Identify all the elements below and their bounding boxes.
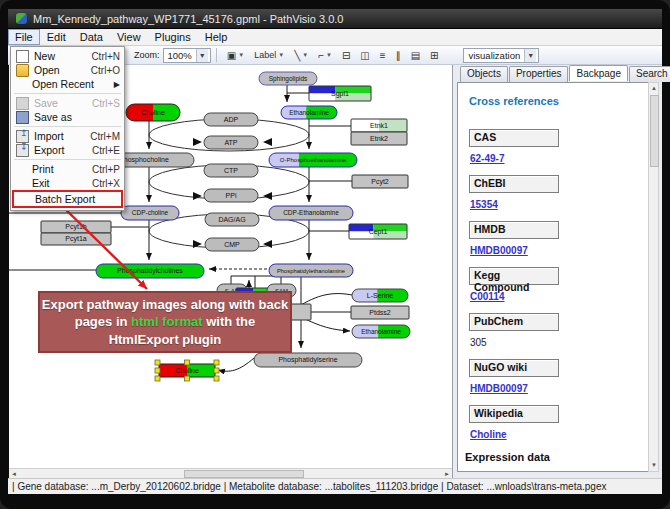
crossref-link[interactable]: 15354 [470, 199, 498, 210]
node-cdp-ethanolamine[interactable]: CDP-Ethanolamine [269, 206, 353, 220]
chevron-down-icon[interactable]: ▼ [278, 52, 284, 58]
node-etnk1[interactable]: Etnk1 [351, 119, 407, 132]
backpage-section-value: 62-49-7 [470, 153, 648, 164]
stack-vertical[interactable]: ∥ [392, 48, 405, 63]
node-atp[interactable]: ATP [204, 136, 258, 149]
node-adp[interactable]: ADP [204, 113, 258, 126]
vertical-scrollbar[interactable]: ▲ ▼ [648, 82, 659, 472]
file-menu-item-print[interactable]: PrintCtrl+P [11, 162, 124, 176]
node-label: Ethanolamine [289, 109, 329, 116]
node-sgpl1[interactable]: Sgpl1 [309, 86, 371, 101]
backpage-section-value: C00114 [470, 291, 648, 302]
node-ethanolamine-top[interactable]: Ethanolamine [281, 106, 337, 119]
pathway-edge [301, 294, 352, 305]
file-menu-item-batch-export[interactable]: Batch Export [14, 192, 121, 206]
menu-view[interactable]: View [110, 29, 148, 45]
selection-handle[interactable] [185, 376, 190, 381]
node-ptdss2[interactable]: Ptdss2 [351, 306, 409, 319]
tab-backpage[interactable]: Backpage [569, 65, 627, 81]
common-width[interactable]: ▤ [407, 48, 424, 63]
node-phosphatidylcholines[interactable]: Phosphatidylcholines [96, 264, 204, 278]
backpage-section-value: 15354 [470, 199, 648, 210]
node-choline-selected[interactable]: Choline [155, 360, 219, 381]
menu-item-shortcut: Ctrl+P [92, 164, 120, 175]
selection-handle[interactable] [214, 368, 219, 373]
menu-data[interactable]: Data [73, 29, 110, 45]
node-ethanolamine-bottom[interactable]: Ethanolamine [352, 325, 410, 338]
tab-properties[interactable]: Properties [509, 66, 569, 82]
node-o-phosphoethanolamine[interactable]: O-Phosphoethanolamine [269, 153, 357, 167]
menu-plugins[interactable]: Plugins [148, 29, 198, 45]
file-menu-item-import[interactable]: ImportCtrl+M [11, 129, 124, 143]
menu-edit[interactable]: Edit [40, 29, 73, 45]
scroll-up-icon[interactable]: ▲ [651, 84, 657, 93]
horizontal-scrollbar[interactable]: ◄ ► [9, 468, 452, 478]
tab-objects[interactable]: Objects [460, 66, 508, 82]
scroll-down-icon[interactable]: ▼ [651, 461, 657, 470]
selection-handle[interactable] [155, 376, 160, 381]
align-center-horizontal-icon: ⊟ [342, 50, 350, 61]
label-tool[interactable]: Label▼ [250, 48, 288, 62]
crossref-link[interactable]: HMDB00097 [470, 383, 528, 394]
save-as-icon [16, 111, 29, 124]
node-ppi[interactable]: PPi [204, 189, 258, 202]
node-choline-top[interactable]: Choline [126, 104, 180, 121]
chevron-down-icon[interactable]: ▼ [524, 49, 536, 62]
selection-handle[interactable] [214, 360, 219, 365]
menu-item-shortcut: Ctrl+M [90, 131, 120, 142]
file-menu-item-new[interactable]: NewCtrl+N [11, 49, 124, 63]
title-bar[interactable]: Mm_Kennedy_pathway_WP1771_45176.gpml - P… [8, 9, 662, 29]
file-menu-item-exit[interactable]: ExitCtrl+X [11, 176, 124, 190]
node-dag-ag[interactable]: DAG/AG [205, 213, 259, 226]
node-label: Phosphatidylcholines [117, 267, 183, 275]
chevron-down-icon[interactable]: ▼ [302, 52, 308, 58]
node-ctp[interactable]: CTP [204, 164, 258, 177]
crossref-link[interactable]: 62-49-7 [470, 153, 504, 164]
node-label: DAG/AG [218, 216, 245, 223]
node-sphingolipids[interactable]: Sphingolipids [259, 72, 317, 85]
chevron-down-icon[interactable]: ▼ [238, 52, 244, 58]
node-phosphatidylserine[interactable]: Phosphatidylserine [254, 353, 362, 367]
node-cmp[interactable]: CMP [205, 238, 259, 251]
node-etnk2[interactable]: Etnk2 [351, 132, 407, 145]
chevron-down-icon[interactable]: ▼ [326, 52, 332, 58]
stack-horizontal-icon: ≡ [380, 50, 386, 61]
file-menu-item-open-recent[interactable]: Open Recent▶ [11, 77, 124, 91]
node-pcyt1b[interactable]: Pcyt1b [41, 221, 111, 233]
node-pcyt1a[interactable]: Pcyt1a [41, 233, 111, 245]
align-center-vertical[interactable]: ◫ [356, 48, 373, 63]
menu-help[interactable]: Help [198, 29, 235, 45]
align-center-horizontal[interactable]: ⊟ [338, 48, 354, 63]
file-menu-item-open[interactable]: OpenCtrl+O [11, 63, 124, 77]
crossref-link[interactable]: C00114 [470, 291, 504, 302]
line-tool[interactable]: ╲▼ [290, 48, 312, 63]
vertical-scrollbar-thumb[interactable] [650, 95, 659, 167]
gene-tool[interactable]: ▣▼ [223, 48, 248, 63]
tab-search[interactable]: Search [629, 66, 670, 82]
horizontal-scrollbar-thumb[interactable] [184, 470, 304, 478]
node-l-serine[interactable]: L-Serine [352, 289, 408, 302]
node-phosphatidylethanolamine[interactable]: Phosphatidylethanolamine [269, 264, 353, 277]
crossref-link[interactable]: HMDB00097 [470, 245, 528, 256]
selection-handle[interactable] [214, 376, 219, 381]
connector-tool[interactable]: ⌐▼ [314, 48, 336, 63]
zoom-combobox[interactable]: 100% ▼ [163, 48, 211, 63]
common-height[interactable]: ⊞ [426, 48, 442, 63]
node-cept1[interactable]: Cept1 [349, 224, 407, 239]
file-menu-item-save-as[interactable]: Save as [11, 110, 124, 124]
stack-horizontal[interactable]: ≡ [376, 48, 390, 63]
menu-file[interactable]: File [8, 29, 40, 45]
file-menu: NewCtrl+NOpenCtrl+OOpen Recent▶SaveCtrl+… [10, 46, 125, 211]
crossref-link[interactable]: Choline [470, 429, 507, 440]
selection-handle[interactable] [155, 360, 160, 365]
backpage-section-value: HMDB00097 [470, 383, 648, 394]
common-width-icon: ▤ [411, 50, 420, 61]
selection-handle[interactable] [155, 368, 160, 373]
selection-handle[interactable] [185, 360, 190, 365]
node-cdp-choline[interactable]: CDP-choline [121, 206, 179, 220]
visualization-combobox[interactable]: visualization ▼ [463, 48, 539, 63]
annotation-callout: Export pathway images along with back pa… [38, 291, 292, 353]
file-menu-item-export[interactable]: ExportCtrl+E [11, 143, 124, 157]
chevron-down-icon[interactable]: ▼ [196, 49, 208, 62]
node-pcyt2[interactable]: Pcyt2 [352, 175, 408, 188]
